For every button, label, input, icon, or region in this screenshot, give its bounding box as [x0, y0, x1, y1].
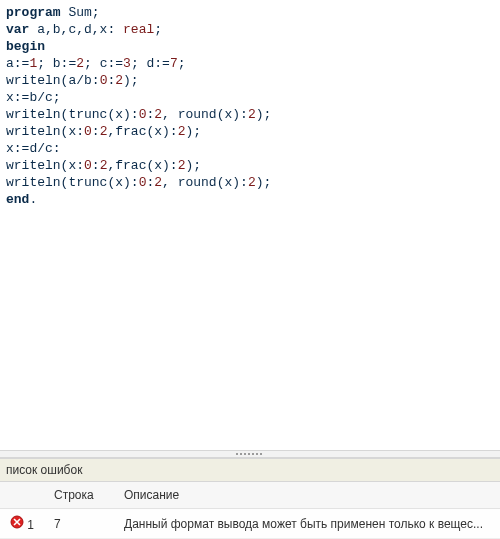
error-index: 1	[27, 518, 34, 532]
code-editor[interactable]: program Sum;var a,b,c,d,x: real;begina:=…	[0, 0, 500, 450]
code-token: begin	[6, 39, 45, 54]
code-token: );	[185, 124, 201, 139]
code-token: ; c:=	[84, 56, 123, 71]
code-token: writeln(trunc(x):	[6, 175, 139, 190]
code-line[interactable]: end.	[6, 191, 494, 208]
code-line[interactable]: program Sum;	[6, 4, 494, 21]
code-line[interactable]: writeln(x:0:2,frac(x):2);	[6, 123, 494, 140]
code-token: .	[29, 192, 37, 207]
code-token: , round(x):	[162, 107, 248, 122]
error-row[interactable]: 17Данный формат вывода может быть примен…	[0, 509, 500, 539]
code-token: :	[92, 158, 100, 173]
code-token: 0	[84, 158, 92, 173]
code-token: a,b,c,d,x:	[29, 22, 123, 37]
code-token: writeln(a/b:	[6, 73, 100, 88]
code-token: 2	[248, 107, 256, 122]
code-token: x:=d/c:	[6, 141, 61, 156]
error-icon	[10, 515, 24, 529]
error-panel-title: писок ошибок	[0, 458, 500, 482]
code-line[interactable]: a:=1; b:=2; c:=3; d:=7;	[6, 55, 494, 72]
code-line[interactable]: x:=b/c;	[6, 89, 494, 106]
code-token: );	[185, 158, 201, 173]
col-header-line[interactable]: Строка	[44, 482, 114, 509]
code-token: ;	[154, 22, 162, 37]
code-token: );	[256, 107, 272, 122]
code-token: program	[6, 5, 61, 20]
code-token: ; d:=	[131, 56, 170, 71]
code-token: );	[123, 73, 139, 88]
error-description: Данный формат вывода может быть применен…	[114, 509, 500, 539]
code-token: :	[92, 124, 100, 139]
code-token: writeln(x:	[6, 124, 84, 139]
code-token: 7	[170, 56, 178, 71]
code-line[interactable]: writeln(trunc(x):0:2, round(x):2);	[6, 174, 494, 191]
code-line[interactable]: begin	[6, 38, 494, 55]
code-token: 0	[84, 124, 92, 139]
code-token: writeln(trunc(x):	[6, 107, 139, 122]
grip-icon	[236, 453, 264, 455]
code-token: ; b:=	[37, 56, 76, 71]
panel-splitter[interactable]	[0, 450, 500, 458]
code-token: Sum;	[61, 5, 100, 20]
error-header-row: Строка Описание	[0, 482, 500, 509]
code-token: );	[256, 175, 272, 190]
code-line[interactable]: var a,b,c,d,x: real;	[6, 21, 494, 38]
code-token: var	[6, 22, 29, 37]
code-token: 2	[248, 175, 256, 190]
code-token: end	[6, 192, 29, 207]
code-token: ;	[178, 56, 186, 71]
code-token: 3	[123, 56, 131, 71]
error-line: 7	[44, 509, 114, 539]
code-token: ,frac(x):	[107, 124, 177, 139]
code-token: a:=	[6, 56, 29, 71]
code-token: 2	[154, 107, 162, 122]
code-token: , round(x):	[162, 175, 248, 190]
code-token: 2	[76, 56, 84, 71]
code-token: writeln(x:	[6, 158, 84, 173]
code-token: 2	[154, 175, 162, 190]
code-line[interactable]: writeln(x:0:2,frac(x):2);	[6, 157, 494, 174]
col-header-desc[interactable]: Описание	[114, 482, 500, 509]
code-line[interactable]: writeln(trunc(x):0:2, round(x):2);	[6, 106, 494, 123]
code-line[interactable]: writeln(a/b:0:2);	[6, 72, 494, 89]
code-token: x:=b/c;	[6, 90, 61, 105]
error-list: Строка Описание 17Данный формат вывода м…	[0, 482, 500, 539]
code-line[interactable]: x:=d/c:	[6, 140, 494, 157]
code-token: ,frac(x):	[107, 158, 177, 173]
code-token: real	[123, 22, 154, 37]
code-token: 2	[115, 73, 123, 88]
